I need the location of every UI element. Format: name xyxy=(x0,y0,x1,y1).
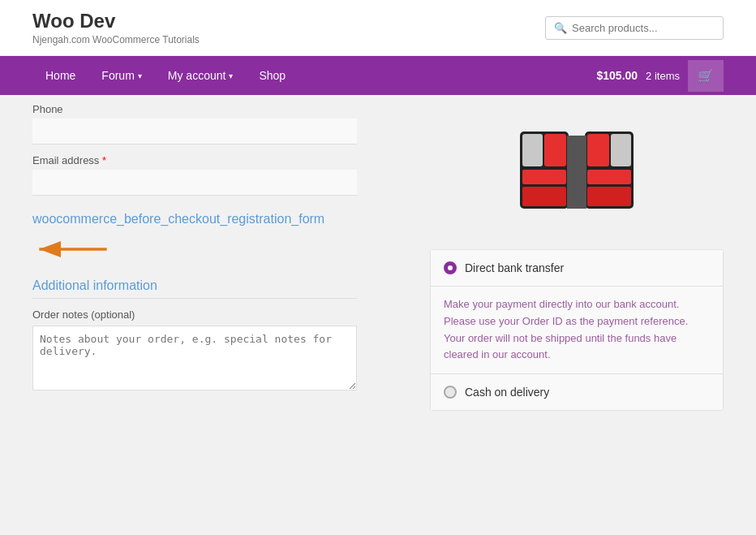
cart-icon[interactable]: 🛒 xyxy=(688,60,724,92)
order-notes-label: Order notes (optional) xyxy=(32,308,406,321)
hook-text: woocommerce_before_checkout_registration… xyxy=(32,210,357,228)
nav-item-home[interactable]: Home xyxy=(32,56,88,95)
bank-transfer-description: Make your payment directly into our bank… xyxy=(431,287,723,374)
radio-bank-transfer[interactable] xyxy=(444,261,457,274)
site-header: Woo Dev Njengah.com WooCommerce Tutorial… xyxy=(0,0,756,56)
email-field-group: Email address * xyxy=(32,154,406,196)
product-image-area xyxy=(430,103,724,249)
nav-item-forum[interactable]: Forum ▾ xyxy=(88,56,154,95)
nav-item-shop[interactable]: Shop xyxy=(246,56,299,95)
order-notes-textarea[interactable] xyxy=(32,326,357,390)
search-input[interactable] xyxy=(572,22,715,34)
phone-label: Phone xyxy=(32,103,406,115)
cart-area: $105.00 2 items 🛒 xyxy=(596,60,724,92)
payment-option-bank[interactable]: Direct bank transfer xyxy=(431,250,723,287)
arrow-annotation xyxy=(32,235,406,264)
cart-items-count: 2 items xyxy=(646,70,680,82)
phone-input[interactable] xyxy=(32,119,357,145)
email-input[interactable] xyxy=(32,170,357,196)
svg-rect-9 xyxy=(611,134,631,166)
svg-rect-6 xyxy=(522,187,566,206)
arrow-icon xyxy=(32,235,114,264)
svg-rect-12 xyxy=(567,136,586,209)
cart-amount: $105.00 xyxy=(596,69,638,82)
svg-rect-4 xyxy=(544,134,566,166)
additional-info-section: Additional information Order notes (opti… xyxy=(32,278,406,393)
site-tagline: Njengah.com WooCommerce Tutorials xyxy=(32,34,200,45)
radio-cod[interactable] xyxy=(444,386,457,399)
bank-transfer-label: Direct bank transfer xyxy=(465,261,564,274)
svg-rect-8 xyxy=(587,134,609,166)
chevron-down-icon: ▾ xyxy=(229,71,233,80)
phone-field-group: Phone xyxy=(32,103,406,145)
svg-rect-3 xyxy=(522,134,543,166)
svg-rect-11 xyxy=(587,187,631,206)
search-bar[interactable]: 🔍 xyxy=(545,16,724,40)
payment-section: Direct bank transfer Make your payment d… xyxy=(430,249,724,411)
nav-links: Home Forum ▾ My account ▾ Shop xyxy=(32,56,299,95)
nav-item-myaccount[interactable]: My account ▾ xyxy=(155,56,247,95)
required-mark: * xyxy=(102,154,106,166)
email-label: Email address * xyxy=(32,154,406,166)
search-icon: 🔍 xyxy=(554,22,567,34)
hook-text-block: woocommerce_before_checkout_registration… xyxy=(32,210,406,264)
left-column: Phone Email address * woocommerce_before… xyxy=(32,95,406,419)
cod-label: Cash on delivery xyxy=(465,386,549,399)
site-title: Woo Dev xyxy=(32,10,200,32)
nav-bar: Home Forum ▾ My account ▾ Shop $105.00 2… xyxy=(0,56,756,95)
chevron-down-icon: ▾ xyxy=(138,71,142,80)
order-notes-group: Order notes (optional) xyxy=(32,308,406,393)
product-image xyxy=(512,119,642,225)
payment-option-cod[interactable]: Cash on delivery xyxy=(431,374,723,410)
svg-rect-10 xyxy=(587,170,631,184)
additional-info-title: Additional information xyxy=(32,278,357,299)
svg-rect-5 xyxy=(522,170,566,184)
site-branding: Woo Dev Njengah.com WooCommerce Tutorial… xyxy=(32,10,200,45)
right-column: Direct bank transfer Make your payment d… xyxy=(430,95,724,419)
main-content: Phone Email address * woocommerce_before… xyxy=(0,95,756,419)
